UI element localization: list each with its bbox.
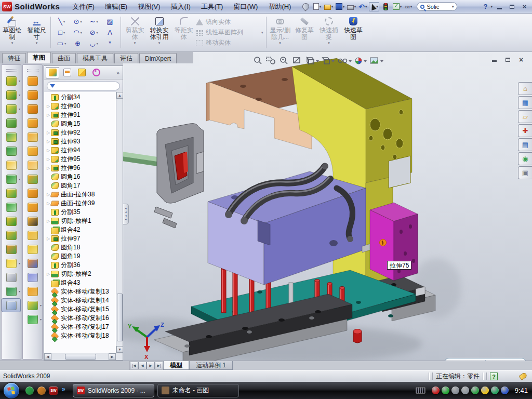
quick-launch-chevron[interactable]: » [62,385,65,393]
menu-视图[interactable]: 视图(V) [132,0,165,13]
tray-blue-red-ball[interactable] [501,387,509,394]
tree-item-组合42[interactable]: 组合42 [44,225,116,234]
move-copy-body-button[interactable] [2,242,21,256]
document-window-buttons[interactable]: × [489,56,526,63]
tree-vertical-scrollbar[interactable]: ▲ ▼ [116,92,123,353]
tree-item-曲面-拉伸38[interactable]: ▷曲面-拉伸38 [44,190,116,199]
wrap-button[interactable] [2,158,21,172]
tree-item-拉伸94[interactable]: ▷拉伸94 [44,146,116,155]
help-button[interactable]: ? [482,3,489,10]
tree-item-拉伸90[interactable]: ▷拉伸90 [44,102,116,111]
core-button[interactable]: ▾ [23,312,42,326]
open-button[interactable]: ▾ [323,2,334,11]
tree-horizontal-scrollbar[interactable]: ◀ ▶ [44,353,123,360]
taskpane-file-explorer[interactable]: ▱ [518,110,532,123]
tab-曲面[interactable]: 曲面 [52,53,76,63]
doc-restore-button[interactable] [503,56,512,63]
fillet-button[interactable]: ▾ [2,102,21,116]
taskpane-custom-properties[interactable]: ▣ [518,166,532,179]
sketch-entity-button[interactable]: A [102,27,118,38]
sketch-entity-button[interactable]: ◠▾ [70,27,86,38]
input-method-icon[interactable] [416,387,425,394]
undo-button[interactable]: ↶▾ [357,2,368,11]
surface-sweep-button[interactable] [23,102,42,116]
tab-feature-manager[interactable] [46,67,59,78]
untrim-surface-button[interactable] [23,214,42,228]
sketch-entity-button[interactable]: ╲▾ [54,16,70,27]
taskpane-appearances[interactable]: ◉ [518,152,532,165]
help-dropdown-icon[interactable]: ▾ [490,5,493,9]
tree-item-分割36[interactable]: 分割36 [44,261,116,270]
surface-revolve-button[interactable] [23,88,42,102]
select-button[interactable]: ▾ [369,2,379,11]
tray-warning-yellow[interactable] [481,387,489,394]
tray-defender-plus[interactable] [491,387,499,394]
tree-item-实体-移动/复制18[interactable]: 实体-移动/复制18 [44,331,116,340]
tab-特征[interactable]: 特征 [2,53,26,63]
search-input[interactable] [427,4,449,10]
menu-帮助[interactable]: 帮助(H) [263,0,296,13]
tab-configuration-manager[interactable] [75,67,88,78]
menu-工具[interactable]: 工具(T) [196,0,229,13]
sketch-entity-button[interactable]: ∼▾ [86,16,102,27]
tray-sync-green[interactable] [471,387,479,394]
panel-collapse-handle[interactable]: ◂◂◂◂ [123,204,129,224]
graphics-viewport[interactable]: Y Z X × [123,52,532,361]
filter-input[interactable] [57,83,109,89]
tab-草图[interactable]: 草图 [27,52,51,63]
tree-item-实体-移动/复制16[interactable]: 实体-移动/复制16 [44,314,116,323]
quicklaunch-solidworks[interactable]: SW [49,387,58,395]
taskpane-toolbox[interactable]: ✚ [518,124,532,137]
tab-DimXpert[interactable]: DimXpert [139,53,177,63]
reference-axis-button[interactable] [2,270,21,284]
mirror-feature-button[interactable] [2,200,21,214]
tab-模具工具[interactable]: 模具工具 [77,53,113,63]
tray-shield-green[interactable] [442,387,449,394]
tree-filter-box[interactable] [47,82,120,90]
tree-item-分割35[interactable]: 分割35 [44,208,116,217]
scroll-thumb[interactable] [117,294,123,341]
menu-文件[interactable]: 文件(F) [67,0,100,13]
planar-surface-button[interactable] [23,158,42,172]
tab-评估[interactable]: 评估 [114,53,138,63]
sketch-entity-button[interactable]: ▨ [102,16,118,27]
menu-窗口[interactable]: 窗口(W) [228,0,263,13]
rib-button[interactable] [2,186,21,200]
tree-item-拉伸96[interactable]: ▷拉伸96 [44,164,116,172]
sketch-entity-button[interactable]: □▾ [54,27,70,38]
sketch-entity-button[interactable]: ▭▾ [54,38,70,49]
split-button[interactable]: ▾ [2,256,21,270]
surface-extrude-button[interactable] [23,74,42,88]
quicklaunch-launcher[interactable] [37,387,46,395]
slider-block[interactable] [154,124,204,228]
taskpane-view-palette[interactable]: ▤ [518,138,532,151]
surface-extend-button[interactable] [23,228,42,242]
doc-close-button[interactable]: × [516,56,526,63]
tree-item-拉伸97[interactable]: ▷拉伸97 [44,234,116,243]
menu-插入[interactable]: 插入(I) [166,0,196,13]
swept-boss-button[interactable] [2,116,21,130]
sketch-entity-button[interactable]: * [102,38,118,49]
print-button[interactable]: ▾ [346,2,356,11]
search-box[interactable]: ▾ [417,2,457,11]
ruled-surface-button[interactable] [23,242,42,256]
tree-item-分割34[interactable]: 分割34 [44,93,116,102]
status-help-icon[interactable]: ? [490,373,498,380]
doc-minimize-button[interactable] [489,56,499,63]
surface-knit-button[interactable] [23,186,42,200]
surface-trim-button[interactable] [23,200,42,214]
app-restore-button[interactable] [507,3,517,11]
tray-volume[interactable] [461,387,469,394]
sketch-entity-button[interactable]: ⊘▾ [86,27,102,38]
tray-update-gear[interactable] [451,387,459,394]
taskpane-solidworks-resources[interactable]: ⌂ [518,82,532,95]
surface-offset-button[interactable] [23,172,42,186]
tree-item-圆角19[interactable]: 圆角19 [44,252,116,261]
tree-item-圆角17[interactable]: 圆角17 [44,181,116,190]
sketch-entity-button[interactable]: ◡▾ [86,38,102,49]
tree-item-组合43[interactable]: 组合43 [44,278,116,287]
tree-item-实体-移动/复制14[interactable]: 实体-移动/复制14 [44,296,116,305]
options-button[interactable]: ⅏▾ [403,2,414,11]
shut-off-surface-button[interactable] [23,270,42,284]
last-tab-button[interactable]: ▶| [155,362,163,369]
